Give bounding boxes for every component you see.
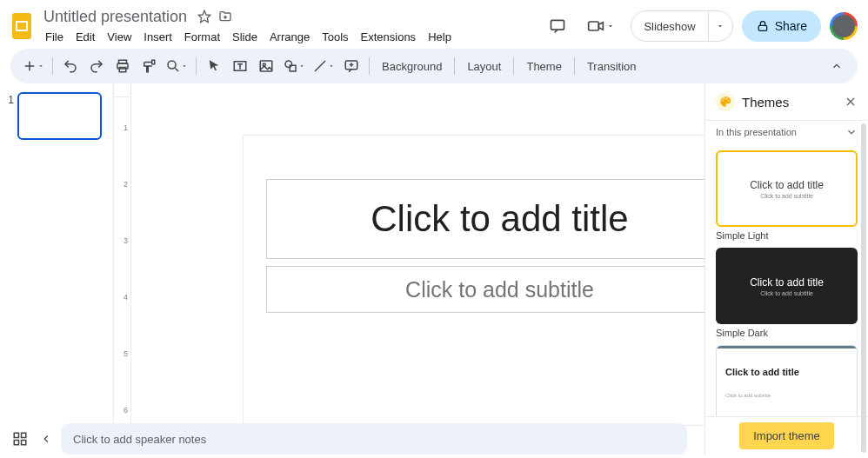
- insert-line-button[interactable]: [310, 54, 337, 78]
- theme-card: Click to add title Click to add subtitle…: [716, 150, 858, 241]
- ruler-tick: 4: [124, 293, 128, 302]
- svg-rect-3: [17, 23, 26, 30]
- menu-arrange[interactable]: Arrange: [264, 28, 315, 46]
- text-box-button[interactable]: [228, 54, 252, 78]
- title-area: Untitled presentation File Edit View Ins…: [40, 7, 544, 46]
- menu-file[interactable]: File: [40, 28, 69, 46]
- redo-button[interactable]: [84, 54, 109, 78]
- toolbar-wrapper: Background Layout Theme Transition: [0, 49, 868, 83]
- zoom-button[interactable]: [163, 54, 190, 78]
- ruler-tick: 1: [124, 123, 128, 132]
- header-right: Slideshow Share: [544, 10, 858, 42]
- menu-insert[interactable]: Insert: [138, 28, 177, 46]
- theme-preview-simple-light[interactable]: Click to add title Click to add subtitle: [716, 150, 858, 227]
- title-placeholder-box[interactable]: Click to add title: [266, 179, 734, 259]
- insert-comment-button[interactable]: [339, 54, 364, 78]
- svg-rect-6: [589, 22, 599, 30]
- document-title[interactable]: Untitled presentation: [40, 7, 190, 27]
- insert-image-button[interactable]: [254, 54, 278, 78]
- insert-shape-button[interactable]: [280, 54, 308, 78]
- theme-button[interactable]: Theme: [519, 54, 568, 78]
- menu-help[interactable]: Help: [423, 28, 457, 46]
- subtitle-placeholder-text: Click to add subtitle: [405, 277, 594, 302]
- in-this-presentation-toggle[interactable]: In this presentation: [705, 120, 868, 143]
- bottom-bar: Click to add speaker notes: [0, 420, 868, 458]
- menu-extensions[interactable]: Extensions: [356, 28, 422, 46]
- themes-icon: [716, 92, 735, 111]
- in-presentation-label: In this presentation: [716, 127, 797, 137]
- slide-number: 1: [3, 94, 14, 140]
- menu-edit[interactable]: Edit: [70, 28, 100, 46]
- share-label: Share: [775, 19, 807, 33]
- svg-point-11: [168, 61, 176, 69]
- svg-rect-5: [551, 20, 564, 30]
- main: 1 123456789 123456 Click to add title Cl…: [0, 83, 868, 455]
- menu-view[interactable]: View: [102, 28, 137, 46]
- account-avatar[interactable]: [830, 12, 858, 40]
- themes-panel: Themes In this presentation Click to add…: [704, 83, 868, 455]
- title-placeholder-text: Click to add title: [371, 198, 628, 240]
- bottom-left: [7, 431, 52, 447]
- ruler-tick: 5: [124, 349, 128, 358]
- filmstrip[interactable]: 1: [0, 83, 113, 455]
- svg-rect-21: [22, 441, 26, 445]
- transition-button[interactable]: Transition: [580, 54, 644, 78]
- svg-rect-19: [22, 433, 26, 437]
- slide-thumbnail[interactable]: [17, 92, 102, 140]
- themes-title: Themes: [742, 95, 837, 110]
- background-button[interactable]: Background: [375, 54, 449, 78]
- slideshow-dropdown[interactable]: [708, 11, 732, 41]
- slideshow-split-button: Slideshow: [631, 10, 732, 42]
- toolbar: Background Layout Theme Transition: [10, 49, 858, 83]
- share-button[interactable]: Share: [742, 10, 821, 42]
- panel-scrollbar[interactable]: [861, 123, 866, 453]
- present-camera-button[interactable]: [580, 14, 622, 38]
- theme-name: Simple Light: [716, 230, 858, 241]
- previous-slide-icon[interactable]: [40, 433, 52, 445]
- svg-rect-20: [14, 441, 18, 445]
- title-row: Untitled presentation: [40, 7, 544, 27]
- lock-icon: [756, 19, 770, 33]
- ruler-tick: 6: [124, 406, 128, 415]
- undo-button[interactable]: [58, 54, 83, 78]
- svg-rect-7: [758, 25, 766, 30]
- slide-paper[interactable]: Click to add title Click to add subtitle: [244, 136, 757, 425]
- slides-logo[interactable]: [10, 11, 33, 41]
- header: Untitled presentation File Edit View Ins…: [0, 0, 868, 49]
- ruler-tick: 2: [124, 180, 128, 189]
- menu-slide[interactable]: Slide: [227, 28, 263, 46]
- svg-marker-4: [198, 10, 210, 22]
- layout-button[interactable]: Layout: [460, 54, 508, 78]
- theme-list[interactable]: Click to add title Click to add subtitle…: [705, 143, 868, 455]
- subtitle-placeholder-box[interactable]: Click to add subtitle: [266, 266, 734, 313]
- slideshow-button[interactable]: Slideshow: [631, 11, 707, 41]
- svg-point-15: [285, 61, 292, 68]
- star-icon[interactable]: [197, 10, 211, 23]
- theme-card: Click to add title Click to add subtitle…: [716, 248, 858, 338]
- speaker-notes-placeholder: Click to add speaker notes: [73, 433, 206, 446]
- menu-bar: File Edit View Insert Format Slide Arran…: [40, 28, 544, 46]
- theme-preview-simple-dark[interactable]: Click to add title Click to add subtitle: [716, 248, 858, 324]
- menu-tools[interactable]: Tools: [317, 28, 353, 46]
- speaker-notes-input[interactable]: Click to add speaker notes: [61, 423, 687, 455]
- new-slide-button[interactable]: [19, 54, 47, 78]
- theme-name: Simple Dark: [716, 328, 858, 338]
- themes-header: Themes: [705, 83, 868, 120]
- close-icon[interactable]: [844, 95, 858, 109]
- chevron-down-icon: [845, 126, 858, 138]
- paint-format-button[interactable]: [137, 54, 161, 78]
- theme-preview-streamline[interactable]: Click to add title Click to add subtitle: [716, 345, 858, 421]
- select-tool-button[interactable]: [202, 54, 226, 78]
- print-button[interactable]: [110, 54, 135, 78]
- svg-rect-13: [260, 61, 272, 71]
- vertical-ruler[interactable]: 123456: [114, 97, 131, 455]
- move-to-folder-icon[interactable]: [218, 10, 232, 23]
- grid-view-icon[interactable]: [12, 431, 28, 447]
- collapse-toolbar-icon[interactable]: [825, 54, 849, 78]
- slide-thumb-wrap: 1: [3, 92, 110, 140]
- menu-format[interactable]: Format: [179, 28, 225, 46]
- svg-rect-18: [14, 433, 18, 437]
- ruler-tick: 3: [124, 236, 128, 245]
- comment-history-icon[interactable]: [544, 12, 571, 40]
